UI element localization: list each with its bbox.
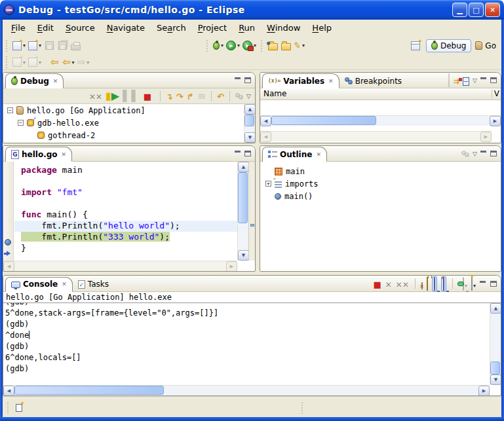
view-menu-chevron-icon[interactable]: ▽: [473, 151, 477, 157]
expander-icon[interactable]: +: [265, 181, 271, 187]
scrollbar-thumb[interactable]: [244, 115, 254, 126]
console-output[interactable]: (gdb)5^done,stack-args=[frame={level="0"…: [3, 303, 490, 385]
scroll-up-icon[interactable]: ▲: [244, 104, 256, 115]
maximize-window-button[interactable]: □: [469, 3, 484, 17]
step-over-button[interactable]: ↷: [176, 90, 184, 102]
editor-vscrollbar[interactable]: ▲ ▼: [237, 162, 248, 261]
minimize-view-button[interactable]: [480, 281, 486, 287]
expander-icon[interactable]: −: [18, 120, 24, 126]
remove-all-terminated-button[interactable]: ✕✕: [89, 90, 102, 102]
scroll-left-icon[interactable]: ◀: [3, 261, 14, 272]
menu-navigate[interactable]: Navigate: [101, 22, 151, 34]
value-column-header[interactable]: V: [494, 88, 499, 100]
variables-column-header[interactable]: Name V: [260, 88, 501, 100]
editor-hscrollbar[interactable]: ◀ ▶: [3, 261, 237, 271]
menu-source[interactable]: Source: [60, 22, 101, 34]
close-icon[interactable]: ✕: [62, 281, 67, 287]
view-menu-chevron-icon[interactable]: ▽: [246, 93, 251, 100]
scroll-left-icon[interactable]: ◀: [260, 116, 271, 126]
code-line[interactable]: fmt.Println("hello world");: [14, 221, 237, 232]
mark-occurrences-button[interactable]: ✎▾: [292, 39, 306, 53]
expander-icon[interactable]: −: [7, 107, 13, 113]
step-into-button[interactable]: ↴: [166, 90, 173, 102]
tab-outline[interactable]: Outline ✕: [262, 147, 327, 162]
debug-launch-button[interactable]: ▾: [212, 39, 225, 53]
console-hscrollbar[interactable]: ◀ ▶: [3, 385, 490, 395]
tab-console[interactable]: Console ✕: [5, 277, 73, 292]
scroll-left-icon[interactable]: ◀: [260, 132, 271, 142]
new-project-button[interactable]: ▾: [27, 39, 43, 53]
name-column-header[interactable]: Name: [260, 89, 286, 98]
statusbar-grip[interactable]: [301, 402, 304, 414]
forward-button[interactable]: ⇨▾: [76, 55, 91, 69]
dropdown-arrow-icon[interactable]: ▾: [72, 60, 75, 65]
linked-circles-button[interactable]: [235, 93, 243, 100]
fast-view-button[interactable]: [12, 401, 26, 415]
display-selected-console-button[interactable]: ▾: [463, 278, 467, 290]
scroll-right-icon[interactable]: ▶: [478, 386, 490, 396]
view-menu-chevron-icon[interactable]: ▽: [473, 77, 477, 84]
scroll-down-icon[interactable]: ▼: [244, 132, 256, 143]
tab-hello-go[interactable]: hello.go ✕: [5, 147, 72, 162]
back-button[interactable]: ⇦▾: [61, 55, 76, 69]
close-window-button[interactable]: ✕: [485, 3, 500, 17]
toolbar-grip[interactable]: [206, 40, 209, 52]
toolbar-grip[interactable]: [5, 40, 9, 52]
overview-marker[interactable]: [250, 224, 254, 227]
close-icon[interactable]: ✕: [316, 151, 321, 158]
scroll-up-icon[interactable]: ▲: [238, 162, 249, 172]
drop-to-frame-button[interactable]: ↶: [217, 90, 224, 102]
overview-ruler[interactable]: [248, 162, 255, 261]
dropdown-arrow-icon[interactable]: ▾: [237, 43, 240, 48]
resume-button[interactable]: ▮▶: [106, 90, 119, 102]
code-line[interactable]: [14, 176, 237, 187]
scroll-right-icon[interactable]: ▶: [480, 132, 492, 142]
tab-debug[interactable]: Debug ✕: [5, 73, 64, 88]
perspective-debug-button[interactable]: Debug: [426, 39, 471, 52]
external-tools-button[interactable]: ▾: [241, 39, 258, 53]
instruction-pointer-icon[interactable]: [4, 251, 13, 256]
close-icon[interactable]: ✕: [328, 78, 334, 84]
statusbar-grip[interactable]: [7, 402, 10, 414]
minimize-view-button[interactable]: [480, 77, 487, 83]
code-line[interactable]: func main() {: [14, 210, 237, 221]
variables-hscrollbar[interactable]: ◀ ▶: [260, 115, 501, 126]
title-bar[interactable]: Debug - testGo/src/cmd/hello.go - Eclips…: [0, 0, 504, 20]
remove-all-terminated-button[interactable]: ✕✕: [396, 278, 409, 290]
show-type-names-button[interactable]: [448, 74, 450, 86]
breakpoint-marker-icon[interactable]: [5, 239, 11, 246]
maximize-view-button[interactable]: [244, 77, 251, 83]
menu-help[interactable]: Help: [306, 22, 338, 34]
outline-item[interactable]: +imports: [260, 177, 501, 190]
tab-variables[interactable]: (x)= Variables ✕: [262, 73, 339, 88]
code-line[interactable]: import "fmt": [14, 187, 237, 198]
save-all-button[interactable]: [56, 39, 69, 53]
step-filters-button[interactable]: ≡: [197, 90, 206, 102]
menu-project[interactable]: Project: [192, 22, 233, 34]
minimize-view-button[interactable]: [235, 77, 241, 83]
show-stderr-toggle[interactable]: [441, 276, 446, 291]
scrollbar-thumb[interactable]: [271, 116, 376, 125]
close-icon[interactable]: ✕: [53, 78, 58, 84]
code-line[interactable]: fmt.Println("333 world");: [14, 232, 237, 243]
maximize-view-button[interactable]: [490, 151, 497, 156]
scroll-down-icon[interactable]: ▼: [238, 250, 249, 261]
dropdown-arrow-icon[interactable]: ▾: [87, 60, 89, 65]
minimize-view-button[interactable]: [235, 151, 241, 156]
menu-search[interactable]: Search: [151, 22, 192, 34]
suspend-button[interactable]: ▌▌: [123, 90, 140, 102]
debug-tree-row[interactable]: −gdb-hello.exe: [3, 117, 244, 129]
menu-file[interactable]: File: [5, 22, 31, 34]
terminate-button[interactable]: ■: [374, 278, 381, 290]
editor-gutter[interactable]: [3, 162, 14, 261]
save-button[interactable]: [43, 39, 56, 53]
scroll-lock-toggle[interactable]: [427, 278, 428, 290]
scroll-left-icon[interactable]: ◀: [3, 386, 14, 396]
console-vscrollbar[interactable]: ▲ ▼: [490, 303, 501, 385]
print-button[interactable]: [69, 39, 82, 53]
collapse-all-button[interactable]: [463, 74, 469, 86]
toolbar-grip[interactable]: [5, 56, 9, 68]
linked-circles-button[interactable]: [461, 151, 469, 157]
maximize-view-button[interactable]: [244, 151, 251, 156]
minimize-view-button[interactable]: [480, 151, 487, 156]
